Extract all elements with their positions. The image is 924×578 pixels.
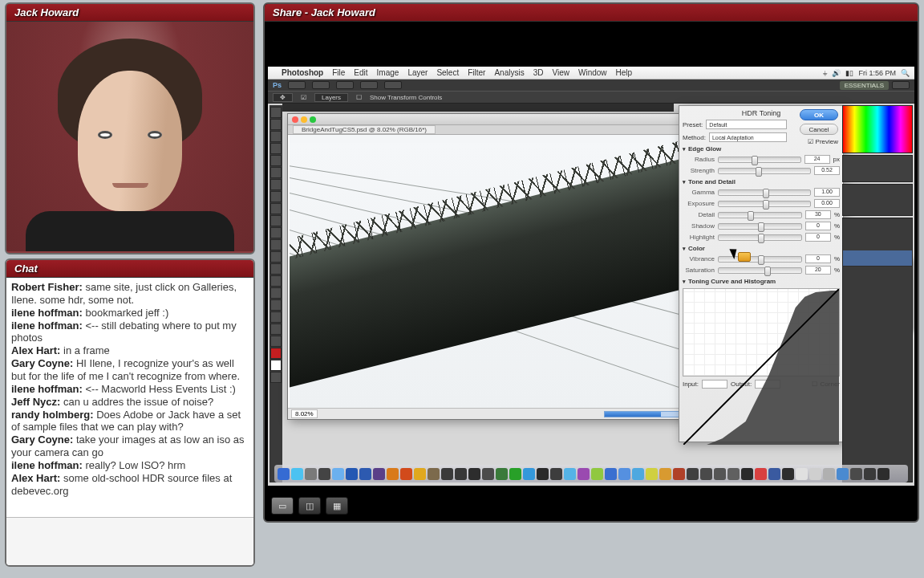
dock-app-25[interactable] bbox=[618, 468, 630, 480]
zoom-tool[interactable] bbox=[270, 336, 282, 347]
dock-app-23[interactable] bbox=[591, 468, 603, 480]
highlight-slider[interactable] bbox=[718, 234, 802, 241]
section-edge-glow[interactable]: Edge Glow bbox=[683, 145, 840, 153]
doc-tabs[interactable]: BridgeAndTugCS5.psd @ 8.02% (RGB/16*) bbox=[288, 125, 711, 135]
method-dropdown[interactable]: Local Adaptation bbox=[709, 132, 787, 142]
dock-app-28[interactable] bbox=[659, 468, 671, 480]
wand-tool[interactable] bbox=[270, 143, 282, 154]
dock-app-40[interactable] bbox=[823, 468, 835, 480]
dock-app-15[interactable] bbox=[482, 468, 494, 480]
dock-app-8[interactable] bbox=[387, 468, 399, 480]
exposure-slider[interactable] bbox=[718, 201, 811, 207]
dock-app-10[interactable] bbox=[414, 468, 426, 480]
dock-app-21[interactable] bbox=[564, 468, 576, 480]
view-split-button[interactable]: ◫ bbox=[298, 497, 321, 515]
dock-app-14[interactable] bbox=[468, 468, 480, 480]
wifi-icon[interactable]: ⏚ bbox=[823, 69, 827, 77]
layers-panel[interactable] bbox=[842, 218, 913, 482]
dock-app-7[interactable] bbox=[373, 468, 385, 480]
dock-app-11[interactable] bbox=[428, 468, 440, 480]
detail-slider[interactable] bbox=[718, 212, 802, 218]
show-transform-check[interactable]: ☐ bbox=[356, 94, 362, 101]
dock-app-41[interactable] bbox=[837, 468, 849, 480]
blur-tool[interactable] bbox=[270, 251, 282, 263]
color-panel[interactable] bbox=[842, 105, 913, 153]
brush-tool[interactable] bbox=[270, 191, 282, 202]
canvas[interactable] bbox=[290, 135, 710, 408]
toning-curve[interactable] bbox=[683, 288, 840, 377]
healing-tool[interactable] bbox=[270, 179, 282, 190]
doc-titlebar[interactable] bbox=[288, 114, 711, 125]
dock-app-0[interactable] bbox=[278, 468, 290, 480]
gradient-tool[interactable] bbox=[270, 239, 282, 250]
radius-value[interactable]: 24 bbox=[804, 155, 830, 164]
section-tone-detail[interactable]: Tone and Detail bbox=[683, 178, 840, 185]
path-tool[interactable] bbox=[270, 299, 282, 311]
zoom-level-button[interactable] bbox=[336, 81, 354, 89]
highlight-value[interactable]: 0 bbox=[805, 233, 831, 242]
ok-button[interactable]: OK bbox=[800, 109, 838, 120]
dock-app-26[interactable] bbox=[632, 468, 644, 480]
dock-app-6[interactable] bbox=[359, 468, 371, 480]
auto-select-dropdown[interactable]: Layers bbox=[314, 93, 348, 102]
cs-live-button[interactable] bbox=[892, 81, 910, 89]
dock-app-22[interactable] bbox=[578, 468, 590, 480]
marquee-tool[interactable] bbox=[270, 119, 282, 130]
vibrance-value[interactable]: 0 bbox=[805, 254, 831, 263]
history-brush-tool[interactable] bbox=[270, 215, 282, 226]
dock-app-32[interactable] bbox=[714, 468, 726, 480]
arrange-docs-button[interactable] bbox=[360, 81, 378, 89]
cancel-button[interactable]: Cancel bbox=[800, 124, 838, 135]
eyedropper-tool[interactable] bbox=[270, 167, 282, 178]
view-single-button[interactable]: ▭ bbox=[271, 497, 294, 515]
pen-tool[interactable] bbox=[270, 275, 282, 287]
battery-icon[interactable]: ▮▯ bbox=[845, 69, 853, 77]
dock-app-37[interactable] bbox=[782, 468, 794, 480]
move-tool[interactable] bbox=[270, 107, 282, 118]
menu-file[interactable]: File bbox=[332, 68, 345, 77]
doc-tab-active[interactable]: BridgeAndTugCS5.psd @ 8.02% (RGB/16*) bbox=[293, 125, 436, 134]
section-curve[interactable]: Toning Curve and Histogram bbox=[683, 278, 840, 285]
radius-slider[interactable] bbox=[718, 157, 801, 163]
view-grid-button[interactable]: ▦ bbox=[326, 497, 348, 515]
dock-app-2[interactable] bbox=[305, 468, 317, 480]
crop-tool[interactable] bbox=[270, 155, 282, 166]
hand-tool[interactable] bbox=[270, 324, 282, 335]
lasso-tool[interactable] bbox=[270, 131, 282, 142]
dock-app-16[interactable] bbox=[496, 468, 508, 480]
dock-app-42[interactable] bbox=[850, 468, 862, 480]
swatches-panel[interactable] bbox=[842, 155, 913, 182]
menu-analysis[interactable]: Analysis bbox=[494, 68, 524, 77]
dock-app-30[interactable] bbox=[687, 468, 699, 480]
menu-layer[interactable]: Layer bbox=[407, 68, 428, 77]
gamma-slider[interactable] bbox=[718, 189, 811, 196]
dock-app-17[interactable] bbox=[509, 468, 521, 480]
menu-help[interactable]: Help bbox=[616, 68, 633, 77]
detail-value[interactable]: 30 bbox=[805, 210, 831, 219]
strength-slider[interactable] bbox=[718, 168, 811, 174]
dock-app-1[interactable] bbox=[291, 468, 303, 480]
gamma-value[interactable]: 1.00 bbox=[814, 188, 840, 197]
launch-bridge-button[interactable] bbox=[288, 81, 306, 89]
screen-mode-button[interactable] bbox=[384, 81, 402, 89]
workspace-switcher[interactable]: ESSENTIALS bbox=[840, 81, 889, 90]
quickmask-toggle[interactable] bbox=[270, 372, 282, 383]
dock-app-9[interactable] bbox=[400, 468, 412, 480]
vibrance-slider[interactable] bbox=[718, 256, 802, 263]
minimize-icon[interactable] bbox=[301, 116, 307, 123]
chat-messages[interactable]: Robert Fisher: same site, just click on … bbox=[6, 278, 253, 517]
shape-tool[interactable] bbox=[270, 311, 282, 323]
view-extras-button[interactable] bbox=[312, 81, 330, 89]
menu-image[interactable]: Image bbox=[377, 68, 399, 77]
saturation-value[interactable]: 20 bbox=[805, 266, 831, 275]
move-tool-icon[interactable]: ✥ bbox=[273, 93, 293, 102]
dock-app-27[interactable] bbox=[646, 468, 658, 480]
dock-app-13[interactable] bbox=[455, 468, 467, 480]
dock-app-29[interactable] bbox=[673, 468, 685, 480]
menu-3d[interactable]: 3D bbox=[533, 68, 544, 77]
foreground-color[interactable] bbox=[270, 348, 282, 359]
dock-app-18[interactable] bbox=[523, 468, 535, 480]
shadow-slider[interactable] bbox=[718, 223, 802, 230]
shadow-value[interactable]: 0 bbox=[805, 222, 831, 230]
auto-select-check[interactable]: ☑ bbox=[301, 94, 306, 101]
